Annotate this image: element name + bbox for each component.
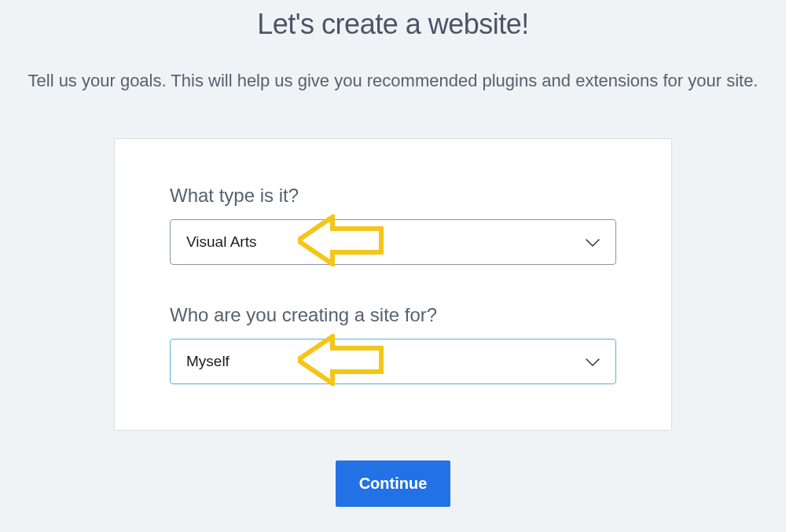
field-label-type: What type is it? <box>170 185 616 207</box>
form-card: What type is it? Visual Arts <box>114 138 672 431</box>
select-type-value: Visual Arts <box>186 233 256 251</box>
page-title: Let's create a website! <box>257 8 529 41</box>
page-subtitle: Tell us your goals. This will help us gi… <box>28 71 758 91</box>
select-type[interactable]: Visual Arts <box>170 219 616 265</box>
chevron-down-icon <box>586 353 600 370</box>
field-group-who: Who are you creating a site for? Myself <box>170 304 616 384</box>
field-group-type: What type is it? Visual Arts <box>170 185 616 265</box>
select-who[interactable]: Myself <box>170 339 616 384</box>
continue-button[interactable]: Continue <box>336 460 451 507</box>
select-who-value: Myself <box>186 353 230 370</box>
field-label-who: Who are you creating a site for? <box>170 304 616 326</box>
chevron-down-icon <box>586 233 600 251</box>
